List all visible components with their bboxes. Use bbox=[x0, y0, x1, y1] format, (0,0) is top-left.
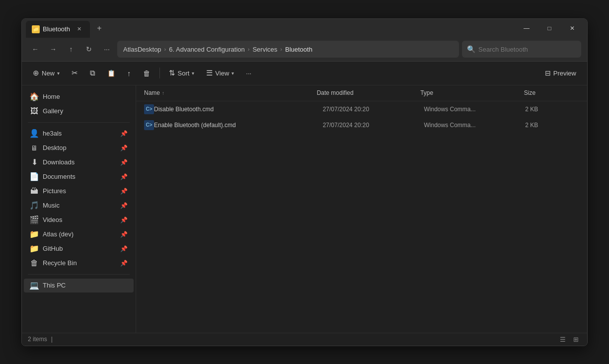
sidebar-item-this-pc[interactable]: 💻 This PC bbox=[24, 279, 134, 292]
back-button[interactable]: ← bbox=[28, 42, 43, 57]
copy-button[interactable]: ⧉ bbox=[85, 65, 100, 81]
preview-button[interactable]: ⊟ Preview bbox=[540, 65, 581, 81]
view-chevron-icon: ▾ bbox=[231, 71, 234, 76]
file-date-2: 27/07/2024 20:20 bbox=[323, 122, 424, 129]
sidebar-item-downloads-label: Downloads bbox=[43, 158, 75, 166]
pin-icon-recycle: 📌 bbox=[120, 260, 128, 267]
file-name-1: Disable Bluetooth.cmd bbox=[154, 106, 323, 113]
table-row[interactable]: C> Disable Bluetooth.cmd 27/07/2024 20:2… bbox=[136, 101, 587, 117]
table-row[interactable]: C> Enable Bluetooth (default).cmd 27/07/… bbox=[136, 117, 587, 133]
view-icon: ☰ bbox=[206, 69, 213, 77]
list-view-button[interactable]: ☰ bbox=[557, 334, 568, 345]
more-button[interactable]: ··· bbox=[241, 65, 256, 81]
close-button[interactable]: ✕ bbox=[561, 20, 583, 36]
grid-view-icon: ⊞ bbox=[573, 336, 579, 343]
up-icon: ↑ bbox=[70, 45, 73, 53]
sidebar: 🏠 Home 🖼 Gallery 👤 he3als 📌 🖥 Desktop 📌 … bbox=[22, 85, 136, 333]
copy-icon: ⧉ bbox=[90, 69, 95, 77]
sidebar-item-atlas-dev-label: Atlas (dev) bbox=[43, 230, 74, 238]
downloads-icon: ⬇ bbox=[30, 158, 39, 167]
file-list: C> Disable Bluetooth.cmd 27/07/2024 20:2… bbox=[136, 101, 587, 333]
this-pc-icon: 💻 bbox=[30, 281, 39, 290]
tab-title: Bluetooth bbox=[43, 25, 70, 33]
sidebar-item-recycle[interactable]: 🗑 Recycle Bin 📌 bbox=[24, 256, 134, 270]
pin-icon-downloads: 📌 bbox=[120, 159, 128, 166]
toolbar: ⊕ New ▾ ✂ ⧉ 📋 ↑ 🗑 ⇅ Sort ▾ ☰ View ▾ bbox=[22, 62, 587, 85]
grid-view-button[interactable]: ⊞ bbox=[570, 334, 581, 345]
new-tab-button[interactable]: + bbox=[92, 21, 107, 35]
col-header-date[interactable]: Date modified bbox=[317, 89, 421, 96]
sidebar-item-atlas-dev[interactable]: 📁 Atlas (dev) 📌 bbox=[24, 227, 134, 241]
sidebar-item-documents-label: Documents bbox=[43, 173, 76, 180]
breadcrumb-services[interactable]: Services bbox=[252, 46, 277, 53]
sidebar-item-downloads[interactable]: ⬇ Downloads 📌 bbox=[24, 155, 134, 169]
pin-icon-videos: 📌 bbox=[120, 217, 128, 223]
sidebar-item-he3als[interactable]: 👤 he3als 📌 bbox=[24, 127, 134, 141]
sidebar-item-he3als-label: he3als bbox=[43, 130, 62, 137]
share-icon: ↑ bbox=[127, 69, 131, 77]
desktop-icon: 🖥 bbox=[30, 144, 39, 152]
paste-button[interactable]: 📋 bbox=[102, 65, 120, 81]
col-header-name[interactable]: Name ↑ bbox=[144, 89, 317, 96]
breadcrumb-atlasdesktop[interactable]: AtlasDesktop bbox=[123, 46, 161, 53]
github-icon: 📁 bbox=[30, 244, 39, 253]
refresh-icon: ↻ bbox=[86, 45, 92, 53]
refresh-button[interactable]: ↻ bbox=[81, 42, 96, 57]
share-button[interactable]: ↑ bbox=[122, 65, 136, 81]
sidebar-item-gallery[interactable]: 🖼 Gallery bbox=[24, 104, 134, 118]
sidebar-item-pictures-label: Pictures bbox=[43, 187, 66, 195]
back-icon: ← bbox=[32, 45, 39, 53]
sidebar-item-videos[interactable]: 🎬 Videos 📌 bbox=[24, 213, 134, 227]
sidebar-item-gallery-label: Gallery bbox=[43, 107, 63, 115]
sidebar-item-music[interactable]: 🎵 Music 📌 bbox=[24, 199, 134, 213]
user-icon: 👤 bbox=[30, 129, 39, 138]
search-box[interactable]: 🔍 bbox=[462, 41, 581, 58]
new-label: New bbox=[42, 70, 55, 77]
delete-button[interactable]: 🗑 bbox=[138, 65, 155, 81]
new-icon: ⊕ bbox=[33, 69, 39, 77]
sidebar-item-github[interactable]: 📁 GitHub 📌 bbox=[24, 242, 134, 256]
col-header-type[interactable]: Type bbox=[420, 89, 524, 96]
file-size-2: 2 KB bbox=[525, 122, 579, 129]
videos-icon: 🎬 bbox=[30, 216, 39, 224]
search-input[interactable] bbox=[478, 46, 576, 53]
breadcrumb-adv-config[interactable]: 6. Advanced Configuration bbox=[169, 46, 245, 53]
home-icon: 🏠 bbox=[30, 92, 39, 101]
file-table-header: Name ↑ Date modified Type Size bbox=[136, 85, 587, 101]
close-icon: ✕ bbox=[570, 25, 575, 32]
breadcrumb[interactable]: AtlasDesktop › 6. Advanced Configuration… bbox=[117, 41, 459, 58]
up-button[interactable]: ↑ bbox=[64, 42, 78, 57]
view-label: View bbox=[215, 70, 229, 77]
more-icon: ··· bbox=[246, 70, 251, 77]
active-tab[interactable]: 📁 Bluetooth ✕ bbox=[26, 21, 90, 38]
search-icon: 🔍 bbox=[467, 45, 475, 53]
documents-icon: 📄 bbox=[30, 172, 39, 181]
recycle-bin-icon: 🗑 bbox=[30, 259, 39, 268]
file-type-2: Windows Comma... bbox=[424, 122, 526, 129]
cut-button[interactable]: ✂ bbox=[67, 65, 83, 81]
minimize-button[interactable]: — bbox=[516, 20, 537, 36]
sidebar-item-pictures[interactable]: 🏔 Pictures 📌 bbox=[24, 184, 134, 198]
more-nav-button[interactable]: ··· bbox=[99, 42, 114, 57]
sidebar-divider-2 bbox=[28, 274, 130, 275]
sidebar-item-home[interactable]: 🏠 Home bbox=[24, 90, 134, 104]
view-button[interactable]: ☰ View ▾ bbox=[201, 65, 239, 81]
maximize-button[interactable]: □ bbox=[538, 20, 560, 36]
breadcrumb-bluetooth[interactable]: Bluetooth bbox=[285, 46, 312, 53]
status-bar: 2 items | ☰ ⊞ bbox=[22, 333, 587, 346]
delete-icon: 🗑 bbox=[143, 69, 151, 77]
sidebar-item-desktop[interactable]: 🖥 Desktop 📌 bbox=[24, 141, 134, 155]
sidebar-item-documents[interactable]: 📄 Documents 📌 bbox=[24, 170, 134, 184]
sort-button[interactable]: ⇅ Sort ▾ bbox=[164, 65, 200, 81]
new-button[interactable]: ⊕ New ▾ bbox=[28, 65, 65, 81]
forward-button[interactable]: → bbox=[46, 42, 61, 57]
file-date-1: 27/07/2024 20:20 bbox=[323, 106, 424, 113]
tab-close-button[interactable]: ✕ bbox=[75, 25, 84, 34]
sidebar-item-recycle-label: Recycle Bin bbox=[43, 259, 77, 267]
preview-icon: ⊟ bbox=[545, 69, 551, 77]
sort-label: Sort bbox=[178, 70, 190, 77]
cmd-file-icon-1: C> bbox=[144, 104, 154, 114]
pin-icon-atlas-dev: 📌 bbox=[120, 231, 128, 238]
cmd-file-icon-2: C> bbox=[144, 120, 154, 130]
col-header-size[interactable]: Size bbox=[524, 89, 579, 96]
